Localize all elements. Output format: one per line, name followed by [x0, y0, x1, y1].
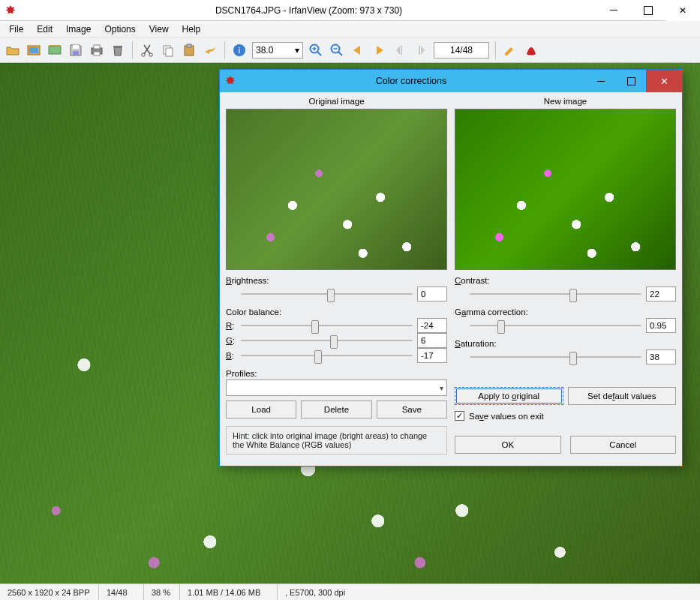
tool-icon[interactable] — [502, 42, 518, 58]
statusbar: 2560 x 1920 x 24 BPP 14/48 38 % 1.01 MB … — [0, 584, 700, 600]
menu-view[interactable]: View — [143, 22, 175, 36]
g-slider[interactable] — [241, 334, 413, 347]
gamma-label: Gamma correction: — [455, 308, 676, 316]
saturation-slider[interactable] — [470, 350, 641, 364]
separator — [495, 41, 496, 59]
r-label: R: — [226, 321, 236, 330]
gamma-input[interactable] — [646, 318, 676, 333]
menu-image[interactable]: Image — [60, 22, 97, 36]
save-button[interactable]: Save — [377, 400, 447, 418]
separator — [224, 41, 225, 59]
irfan-cat-icon[interactable] — [523, 42, 539, 58]
b-label: B: — [226, 351, 236, 360]
r-input[interactable] — [417, 318, 447, 333]
contrast-label: Contrast: — [455, 276, 676, 285]
open-icon[interactable] — [5, 42, 21, 58]
profiles-dropdown[interactable]: ▾ — [226, 380, 447, 396]
zoom-out-icon[interactable] — [329, 42, 345, 58]
b-input[interactable] — [417, 348, 447, 363]
dialog-titlebar[interactable]: Color corrections — [220, 70, 682, 92]
svg-rect-3 — [49, 45, 61, 46]
hint-text: Hint: click into original image (bright … — [226, 426, 447, 454]
main-titlebar: DSCN1764.JPG - IrfanView (Zoom: 973 x 73… — [0, 0, 700, 21]
window-close-button[interactable] — [665, 0, 700, 21]
original-header: Original image — [226, 95, 447, 109]
prev-page-icon[interactable] — [392, 42, 408, 58]
defaults-button[interactable]: Set default values — [568, 387, 677, 405]
thumbnails-icon[interactable] — [26, 42, 42, 58]
paste-icon[interactable] — [181, 42, 197, 58]
delete-icon[interactable] — [110, 42, 126, 58]
g-label: G: — [226, 336, 236, 345]
next-icon[interactable] — [371, 42, 387, 58]
color-corrections-dialog: Color corrections Original image Brightn… — [219, 69, 683, 466]
zoom-value: 38.0 — [256, 45, 273, 56]
save-icon[interactable] — [68, 42, 84, 58]
new-preview — [455, 109, 676, 270]
delete-button[interactable]: Delete — [301, 400, 371, 418]
svg-line-23 — [338, 52, 342, 56]
info-icon[interactable]: i — [231, 42, 248, 58]
svg-point-11 — [149, 53, 152, 56]
menu-edit[interactable]: Edit — [31, 22, 59, 36]
menubar: File Edit Image Options View Help — [0, 21, 700, 38]
window-minimize-button[interactable] — [596, 0, 631, 21]
separator — [132, 41, 133, 59]
slideshow-icon[interactable] — [47, 42, 63, 58]
window-maximize-button[interactable] — [631, 0, 665, 21]
menu-help[interactable]: Help — [176, 22, 207, 36]
print-icon[interactable] — [89, 42, 105, 58]
svg-rect-25 — [401, 46, 402, 55]
dialog-maximize-button[interactable] — [616, 70, 646, 92]
app-icon — [5, 4, 17, 16]
svg-line-19 — [317, 52, 321, 56]
status-index: 14/48 — [99, 584, 144, 600]
chevron-down-icon: ▾ — [295, 45, 299, 56]
svg-point-10 — [142, 53, 145, 56]
save-on-exit-label: Save values on exit — [469, 412, 544, 421]
original-preview[interactable] — [226, 109, 447, 270]
next-page-icon[interactable] — [413, 42, 429, 58]
contrast-slider[interactable] — [470, 287, 641, 301]
dialog-title: Color corrections — [236, 76, 586, 86]
status-zoom: 38 % — [144, 584, 180, 600]
cancel-button[interactable]: Cancel — [570, 436, 677, 454]
r-slider[interactable] — [241, 319, 413, 332]
brightness-slider[interactable] — [241, 287, 413, 301]
svg-rect-4 — [73, 45, 79, 49]
new-header: New image — [455, 95, 676, 109]
cut-icon[interactable] — [139, 42, 155, 58]
svg-rect-2 — [49, 46, 61, 54]
status-filesize: 1.01 MB / 14.06 MB — [180, 584, 278, 600]
brightness-input[interactable] — [417, 286, 447, 302]
copy-icon[interactable] — [160, 42, 176, 58]
ok-button[interactable]: OK — [455, 436, 561, 454]
dialog-icon — [224, 75, 236, 87]
svg-rect-15 — [187, 44, 191, 47]
svg-rect-9 — [113, 46, 122, 47]
prev-icon[interactable] — [350, 42, 366, 58]
chevron-down-icon: ▾ — [440, 384, 443, 392]
load-button[interactable]: Load — [226, 400, 296, 418]
svg-rect-5 — [73, 51, 79, 55]
dialog-close-button[interactable] — [646, 70, 682, 92]
b-slider[interactable] — [241, 349, 413, 362]
gamma-slider[interactable] — [470, 319, 641, 332]
checkbox-box: ✓ — [455, 411, 464, 421]
svg-rect-13 — [166, 48, 173, 56]
menu-options[interactable]: Options — [98, 22, 141, 36]
undo-icon[interactable] — [202, 42, 218, 58]
dialog-minimize-button[interactable] — [586, 70, 616, 92]
save-on-exit-checkbox[interactable]: ✓ Save values on exit — [455, 411, 676, 421]
contrast-input[interactable] — [646, 286, 676, 302]
menu-file[interactable]: File — [3, 22, 29, 36]
status-dimensions: 2560 x 1920 x 24 BPP — [0, 584, 99, 600]
svg-rect-7 — [94, 45, 100, 49]
zoom-in-icon[interactable] — [308, 42, 324, 58]
saturation-input[interactable] — [646, 350, 676, 364]
profiles-label: Profiles: — [226, 369, 447, 378]
zoom-combo[interactable]: 38.0 ▾ — [252, 42, 303, 58]
g-input[interactable] — [417, 333, 447, 348]
apply-button[interactable]: Apply to original — [455, 387, 563, 405]
position-counter[interactable]: 14/48 — [434, 42, 489, 58]
